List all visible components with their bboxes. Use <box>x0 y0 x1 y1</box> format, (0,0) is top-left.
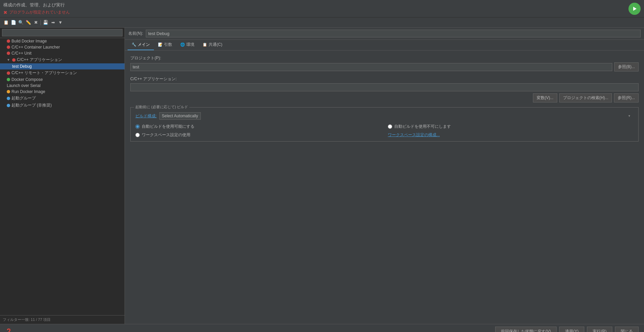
close-button[interactable]: 閉じる <box>615 327 639 332</box>
search-input[interactable] <box>2 29 123 36</box>
tree-item-label: C/C++ Unit <box>11 51 31 56</box>
run-button[interactable] <box>628 3 641 15</box>
project-input[interactable] <box>130 63 612 71</box>
radio-workspace-input[interactable] <box>135 133 140 137</box>
arrow-icon: ▼ <box>7 58 10 62</box>
tab-env-label: 環境 <box>186 42 194 48</box>
run-config-button[interactable]: 実行(R) <box>587 327 612 332</box>
svg-marker-0 <box>633 7 637 11</box>
tree-item-icon <box>7 52 10 55</box>
export-button[interactable]: ➡ <box>50 19 56 26</box>
tree-item-icon <box>12 58 16 62</box>
tab-common[interactable]: 📋 共通(C) <box>198 40 226 50</box>
radio-enable: 自動ビルドを使用可能にする <box>135 124 381 129</box>
tab-env[interactable]: 🌐 環境 <box>176 40 198 50</box>
right-panel: 名前(N): 🔧 メイン 📝 引数 🌐 環境 📋 共通(C) <box>125 28 644 324</box>
build-config-row: ビルド構成: Select Automatically Debug Releas… <box>135 112 634 120</box>
build-config-label[interactable]: ビルド構成: <box>135 113 157 119</box>
tree-item-icon <box>7 104 10 107</box>
radio-disable: 自動ビルドを使用不可にします <box>388 124 634 129</box>
tab-args[interactable]: 📝 引数 <box>154 40 176 50</box>
tree-item-run-docker[interactable]: Run Docker Image <box>0 89 125 95</box>
workspace-configure-link[interactable]: ワークスペース設定の構成... <box>388 132 440 138</box>
tree-item-label: Run Docker Image <box>11 89 45 94</box>
variables-button[interactable]: 変数(V)... <box>533 93 557 102</box>
build-config-select-wrapper: Select Automatically Debug Release <box>159 112 634 120</box>
search-box <box>0 28 125 38</box>
tree-item-label: C/C++ Container Launcher <box>11 45 60 50</box>
project-browse-button[interactable]: 参照(B)... <box>614 62 639 71</box>
tree-item-container-launcher[interactable]: C/C++ Container Launcher <box>0 44 125 50</box>
build-config-select[interactable]: Select Automatically Debug Release <box>159 112 201 120</box>
revert-button[interactable]: 前回保存した状態に戻す(V) <box>495 327 557 332</box>
app-field-group: C/C++ アプリケーション: 変数(V)... プロジェクトの検索(H)...… <box>130 76 639 102</box>
app-browse-button[interactable]: 参照(R)... <box>614 93 639 102</box>
help-icon[interactable]: ❓ <box>5 328 12 332</box>
workspace-configure-row: ワークスペース設定の構成... <box>388 132 634 138</box>
tree-item-cpp-remote[interactable]: C/C++ リモート・アプリケーション <box>0 69 125 77</box>
tab-args-label: 引数 <box>164 42 172 48</box>
apply-button[interactable]: 適用(Y) <box>559 327 584 332</box>
app-input[interactable] <box>130 83 639 91</box>
project-label: プロジェクト(P): <box>130 55 639 61</box>
tree-item-launch-group-deprecated[interactable]: 起動グループ (非推奨) <box>0 102 125 109</box>
tree-item-cpp-app[interactable]: ▼ C/C++ アプリケーション <box>0 56 125 63</box>
tree-item-test-debug[interactable]: test Debug <box>0 63 125 69</box>
build-section: 起動前に (必要に応じて) ビルド ビルド構成: Select Automati… <box>130 107 639 142</box>
app-label: C/C++ アプリケーション: <box>130 76 639 82</box>
top-bar-left: 構成の作成、管理、および実行 ✖ プログラムが指定されていません <box>3 2 70 15</box>
tree-item-label: 起動グループ (非推奨) <box>11 102 52 108</box>
tab-main[interactable]: 🔧 メイン <box>128 40 154 50</box>
radio-group: 自動ビルドを使用可能にする 自動ビルドを使用不可にします ワークスペース設定の使… <box>135 124 634 138</box>
tree-container: Build Docker Image C/C++ Container Launc… <box>0 38 125 315</box>
tree-item-icon <box>7 78 10 81</box>
bottom-bar: ❓ 前回保存した状態に戻す(V) 適用(Y) 実行(R) 閉じる <box>0 324 644 332</box>
tree-item-icon <box>7 71 10 75</box>
name-input[interactable] <box>146 30 641 37</box>
toolbar-separator <box>41 20 41 25</box>
radio-workspace: ワークスペース設定の使用 <box>135 132 381 138</box>
edit-button[interactable]: ✏️ <box>25 19 32 26</box>
tree-item-label: Build Docker Image <box>11 39 47 43</box>
name-label: 名前(N): <box>128 31 143 36</box>
radio-workspace-label: ワークスペース設定の使用 <box>142 132 190 138</box>
tree-item-label: 起動グループ <box>11 95 36 101</box>
tree-item-label: Docker Compose <box>11 77 43 82</box>
tree-item-label: C/C++ アプリケーション <box>17 57 62 63</box>
tree-item-label: Launch over Serial <box>7 83 41 88</box>
radio-disable-label: 自動ビルドを使用不可にします <box>394 124 451 129</box>
delete-button[interactable]: ✖ <box>32 19 39 26</box>
window-title: 構成の作成、管理、および実行 <box>3 2 70 8</box>
tree-item-cpp-unit[interactable]: C/C++ Unit <box>0 50 125 56</box>
tab-args-icon: 📝 <box>158 42 163 47</box>
radio-enable-input[interactable] <box>135 124 140 129</box>
radio-disable-input[interactable] <box>388 124 392 129</box>
tree-item-icon <box>7 39 10 43</box>
tab-main-icon: 🔧 <box>132 42 136 47</box>
search-project-button[interactable]: プロジェクトの検索(H)... <box>559 93 612 102</box>
tree-item-launch-serial[interactable]: Launch over Serial <box>0 83 125 89</box>
new-config-button[interactable]: 📋 <box>3 19 9 26</box>
app-row <box>130 83 639 91</box>
main-layout: Build Docker Image C/C++ Container Launc… <box>0 28 644 324</box>
build-section-title: 起動前に (必要に応じて) ビルド <box>134 104 189 110</box>
tree-item-docker-compose[interactable]: Docker Compose <box>0 77 125 83</box>
more-button[interactable]: ▼ <box>57 19 64 26</box>
tab-env-icon: 🌐 <box>180 42 185 47</box>
tab-common-icon: 📋 <box>203 42 207 47</box>
project-field-group: プロジェクト(P): 参照(B)... <box>130 55 639 71</box>
tree-item-icon <box>7 46 10 49</box>
tree-item-icon <box>7 97 10 100</box>
copy-button[interactable]: 📄 <box>10 19 17 26</box>
error-icon: ✖ <box>3 10 7 15</box>
tree-item-icon <box>7 90 10 93</box>
filter-status-text: フィルター一致: 11 / 77 項目 <box>3 318 51 322</box>
tree-item-label: test Debug <box>12 64 32 69</box>
tree-item-build-docker-image[interactable]: Build Docker Image <box>0 38 125 44</box>
tab-main-label: メイン <box>138 42 150 48</box>
tree-item-launch-group[interactable]: 起動グループ <box>0 95 125 102</box>
top-bar: 構成の作成、管理、および実行 ✖ プログラムが指定されていません <box>0 0 644 18</box>
tabs-row: 🔧 メイン 📝 引数 🌐 環境 📋 共通(C) <box>125 40 644 51</box>
search-button[interactable]: 🔍 <box>18 19 24 26</box>
save-button[interactable]: 💾 <box>42 19 49 26</box>
